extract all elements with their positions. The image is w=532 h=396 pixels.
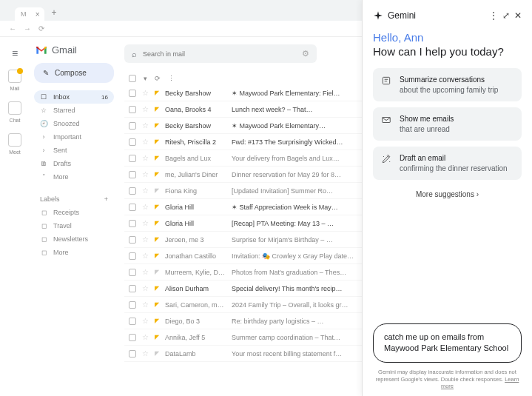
email-checkbox[interactable] — [129, 155, 136, 162]
star-icon[interactable]: ☆ — [142, 349, 149, 358]
nav-icon: › — [40, 133, 47, 141]
star-icon[interactable]: ☆ — [142, 252, 149, 260]
email-checkbox[interactable] — [129, 187, 136, 195]
star-icon[interactable]: ☆ — [142, 317, 149, 325]
importance-marker-icon[interactable]: ◤ — [155, 122, 159, 129]
importance-marker-icon[interactable]: ◤ — [155, 269, 159, 275]
mail-app-icon[interactable] — [8, 70, 21, 83]
star-icon[interactable]: ☆ — [142, 284, 149, 292]
search-bar[interactable]: ⌕ ⚙ — [124, 44, 317, 63]
importance-marker-icon[interactable]: ◤ — [155, 301, 159, 308]
email-checkbox[interactable] — [129, 122, 136, 130]
email-checkbox[interactable] — [129, 285, 136, 292]
importance-marker-icon[interactable]: ◤ — [155, 155, 159, 161]
more-suggestions-button[interactable]: More suggestions › — [373, 190, 522, 198]
importance-marker-icon[interactable]: ◤ — [155, 187, 159, 194]
label-text: Travel — [53, 222, 72, 229]
sidebar: Gmail ✎ Compose ☐Inbox16☆Starred🕘Snoozed… — [30, 37, 118, 396]
meet-app-icon[interactable] — [8, 133, 21, 147]
nav-icon: › — [40, 147, 47, 154]
importance-marker-icon[interactable]: ◤ — [155, 318, 159, 324]
search-input[interactable] — [143, 50, 296, 58]
sidebar-item-inbox[interactable]: ☐Inbox16 — [34, 90, 114, 104]
compose-button[interactable]: ✎ Compose — [34, 63, 114, 83]
email-checkbox[interactable] — [129, 138, 136, 146]
suggestion-card[interactable]: Summarize conversations about the upcomi… — [373, 68, 522, 101]
star-icon[interactable]: ☆ — [142, 89, 149, 97]
email-checkbox[interactable] — [129, 269, 136, 276]
importance-marker-icon[interactable]: ◤ — [155, 252, 159, 259]
importance-marker-icon[interactable]: ◤ — [155, 204, 159, 210]
importance-marker-icon[interactable]: ◤ — [155, 106, 159, 113]
importance-marker-icon[interactable]: ◤ — [155, 138, 159, 145]
email-sender: Gloria Hill — [165, 204, 226, 211]
star-icon[interactable]: ☆ — [142, 333, 149, 341]
star-icon[interactable]: ☆ — [142, 203, 149, 211]
email-checkbox[interactable] — [129, 106, 136, 113]
importance-marker-icon[interactable]: ◤ — [155, 334, 159, 340]
gmail-logo-text: Gmail — [52, 44, 77, 56]
email-checkbox[interactable] — [129, 236, 136, 244]
star-icon[interactable]: ☆ — [142, 154, 149, 162]
label-item[interactable]: ◻More — [34, 246, 114, 259]
suggestion-title: Show me emails — [400, 114, 454, 124]
chat-app-icon[interactable] — [8, 101, 21, 115]
svg-rect-0 — [383, 77, 389, 84]
select-all-checkbox[interactable] — [129, 75, 136, 82]
email-checkbox[interactable] — [129, 90, 136, 97]
email-checkbox[interactable] — [129, 220, 136, 227]
sidebar-item-starred[interactable]: ☆Starred — [34, 104, 114, 117]
add-label-icon[interactable]: + — [104, 195, 108, 203]
sidebar-item-sent[interactable]: ›Sent — [34, 144, 114, 157]
star-icon[interactable]: ☆ — [142, 105, 149, 113]
star-icon[interactable]: ☆ — [142, 219, 149, 227]
expand-icon[interactable]: ⤢ — [502, 10, 510, 21]
gemini-input[interactable]: catch me up on emails from Maywood Park … — [373, 323, 522, 363]
importance-marker-icon[interactable]: ◤ — [155, 171, 159, 178]
star-icon[interactable]: ☆ — [142, 301, 149, 309]
sidebar-item-snoozed[interactable]: 🕘Snoozed — [34, 117, 114, 130]
more-icon[interactable]: ⋮ — [168, 75, 175, 82]
email-checkbox[interactable] — [129, 301, 136, 309]
nav-reload-icon[interactable]: ⟳ — [38, 24, 44, 33]
star-icon[interactable]: ☆ — [142, 138, 149, 146]
importance-marker-icon[interactable]: ◤ — [155, 236, 159, 243]
menu-icon[interactable]: ≡ — [12, 47, 18, 59]
suggestion-card[interactable]: Show me emails that are unread — [373, 107, 522, 141]
importance-marker-icon[interactable]: ◤ — [155, 220, 159, 226]
email-checkbox[interactable] — [129, 204, 136, 211]
importance-marker-icon[interactable]: ◤ — [155, 285, 159, 292]
email-checkbox[interactable] — [129, 334, 136, 341]
label-item[interactable]: ◻Newsletters — [34, 232, 114, 246]
sidebar-item-drafts[interactable]: 🗎Drafts — [34, 157, 114, 170]
email-checkbox[interactable] — [129, 171, 136, 178]
refresh-icon[interactable]: ⟳ — [155, 75, 161, 82]
close-icon[interactable]: × — [36, 10, 40, 19]
sidebar-item-important[interactable]: ›Important — [34, 130, 114, 144]
more-icon[interactable]: ⋮ — [489, 10, 498, 21]
label-item[interactable]: ◻Travel — [34, 219, 114, 232]
nav-back-icon[interactable]: ← — [9, 24, 16, 33]
new-tab-button[interactable]: + — [46, 4, 63, 21]
nav-label: Snoozed — [53, 120, 80, 127]
sidebar-item-more[interactable]: ˅More — [34, 170, 114, 184]
browser-tab[interactable]: M × — [15, 7, 44, 21]
star-icon[interactable]: ☆ — [142, 235, 149, 244]
star-icon[interactable]: ☆ — [142, 170, 149, 178]
email-checkbox[interactable] — [129, 350, 136, 358]
email-checkbox[interactable] — [129, 318, 136, 325]
search-filter-icon[interactable]: ⚙ — [302, 49, 309, 58]
close-icon[interactable]: ✕ — [514, 10, 522, 21]
suggestion-card[interactable]: Draft an email confirming the dinner res… — [373, 147, 522, 180]
email-checkbox[interactable] — [129, 252, 136, 260]
label-icon: ◻ — [40, 222, 47, 229]
nav-forward-icon[interactable]: → — [24, 24, 31, 33]
importance-marker-icon[interactable]: ◤ — [155, 90, 159, 96]
star-icon[interactable]: ☆ — [142, 268, 149, 276]
importance-marker-icon[interactable]: ◤ — [155, 350, 159, 357]
star-icon[interactable]: ☆ — [142, 121, 149, 130]
label-item[interactable]: ◻Receipts — [34, 206, 114, 219]
email-sender: Diego, Bo 3 — [165, 318, 226, 325]
star-icon[interactable]: ☆ — [142, 187, 149, 195]
dropdown-icon[interactable]: ▾ — [144, 75, 147, 82]
